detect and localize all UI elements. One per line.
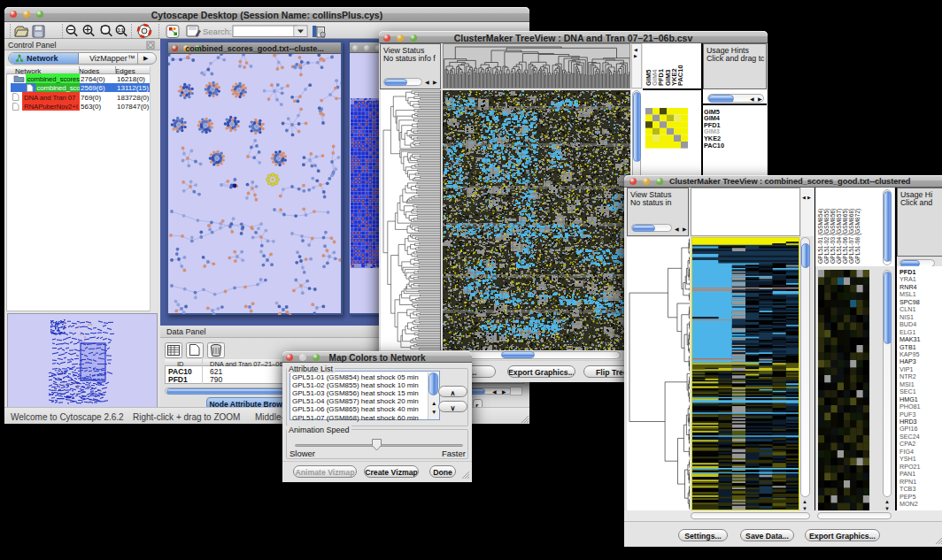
svg-text:Search:: Search: <box>203 27 232 36</box>
svg-text:1:1: 1:1 <box>118 28 124 33</box>
svg-text:PAC10: PAC10 <box>676 65 684 86</box>
svg-text:GPL51-08 (GSM872): GPL51-08 (GSM872) <box>854 209 861 264</box>
